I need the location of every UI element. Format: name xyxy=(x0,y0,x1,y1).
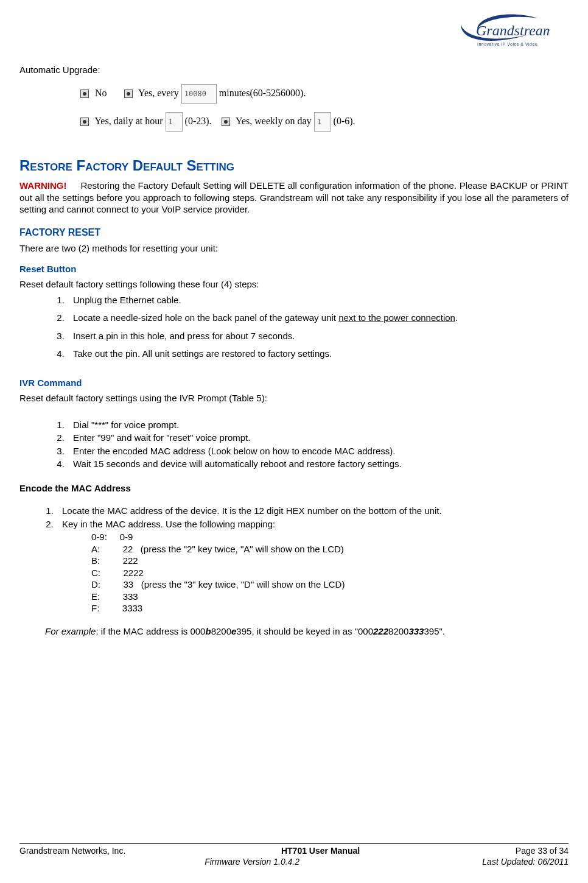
step-text: Locate a needle-sized hole on the back p… xyxy=(73,312,338,323)
reset-steps-list: Unplug the Ethernet cable. Locate a need… xyxy=(19,294,569,360)
example-paragraph: For example: if the MAC address is 000b8… xyxy=(19,625,569,638)
hour-input[interactable]: 1 xyxy=(166,112,183,132)
factory-reset-heading: FACTORY RESET xyxy=(19,227,569,239)
example-text: 8200 xyxy=(388,626,408,636)
upgrade-row-2: Yes, daily at hour 1 (0-23). Yes, weekly… xyxy=(19,112,569,132)
list-item: Insert a pin in this hole, and press for… xyxy=(67,330,569,342)
ivr-intro: Reset default factory settings using the… xyxy=(19,392,569,404)
header-logo: Grandstream Innovative IP Voice & Video xyxy=(19,12,569,59)
step-text: Take out the pin. All unit settings are … xyxy=(73,348,332,359)
step-text: Dial "***" for voice prompt. xyxy=(73,420,179,430)
opt-every-pre: Yes, every xyxy=(138,88,179,98)
encode-heading: Encode the MAC Address xyxy=(19,482,569,494)
step-text: Key in the MAC address. Use the followin… xyxy=(62,519,275,529)
mapping-row: A: 22 (press the "2" key twice, "A" will… xyxy=(91,543,569,555)
ivr-heading: IVR Command xyxy=(19,377,569,389)
grandstream-logo-icon: Grandstream Innovative IP Voice & Video xyxy=(459,12,550,50)
list-item: Key in the MAC address. Use the followin… xyxy=(56,518,569,530)
step-text-underline: next to the power connection xyxy=(338,312,455,323)
step-text: Wait 15 seconds and device will automati… xyxy=(73,459,402,469)
step-text: Enter the encoded MAC address (Look belo… xyxy=(73,446,395,456)
upgrade-row-1: No Yes, every 10080 minutes(60-5256000). xyxy=(19,84,569,104)
radio-no-icon[interactable] xyxy=(80,90,89,98)
example-text: : if the MAC address is 000 xyxy=(96,626,205,636)
step-text: Unplug the Ethernet cable. xyxy=(73,295,181,305)
list-item: Take out the pin. All unit settings are … xyxy=(67,348,569,360)
example-text: 8200 xyxy=(211,626,231,636)
opt-no-label: No xyxy=(95,88,107,98)
list-item: Dial "***" for voice prompt. xyxy=(67,419,569,431)
example-text: 395". xyxy=(424,626,445,636)
radio-daily-icon[interactable] xyxy=(80,118,89,126)
footer-title: HT701 User Manual xyxy=(125,845,516,856)
reset-button-heading: Reset Button xyxy=(19,263,569,275)
list-item: Wait 15 seconds and device will automati… xyxy=(67,458,569,470)
mapping-row: F: 3333 xyxy=(91,602,569,614)
list-item: Locate the MAC address of the device. It… xyxy=(56,505,569,517)
svg-text:Grandstream: Grandstream xyxy=(476,23,550,38)
mapping-row: B: 222 xyxy=(91,555,569,567)
encode-steps-list: Locate the MAC address of the device. It… xyxy=(19,505,569,530)
example-bold: b xyxy=(205,626,211,636)
list-item: Enter the encoded MAC address (Look belo… xyxy=(67,445,569,457)
mapping-row: D: 33 (press the "3" key twice, "D" will… xyxy=(91,579,569,591)
logo-tagline: Innovative IP Voice & Video xyxy=(477,42,537,46)
step-text: Locate the MAC address of the device. It… xyxy=(62,505,442,516)
radio-weekly-icon[interactable] xyxy=(222,118,230,126)
example-bold: 222 xyxy=(373,626,388,636)
opt-every-post: minutes(60-5256000). xyxy=(219,88,306,98)
page-footer: Grandstream Networks, Inc. HT701 User Ma… xyxy=(19,843,569,867)
opt-daily-pre: Yes, daily at hour xyxy=(94,116,163,126)
step-text: Enter "99" and wait for "reset" voice pr… xyxy=(73,432,250,443)
opt-daily-post: (0-23). xyxy=(185,116,212,126)
restore-heading: Restore Factory Default Setting xyxy=(19,156,569,175)
example-text: 395, it should be keyed in as "000 xyxy=(236,626,373,636)
mapping-row: C: 2222 xyxy=(91,567,569,579)
example-bold: 333 xyxy=(408,626,424,636)
list-item: Locate a needle-sized hole on the back p… xyxy=(67,312,569,324)
step-text: . xyxy=(455,312,458,323)
step-text: Insert a pin in this hole, and press for… xyxy=(73,331,295,341)
footer-updated: Last Updated: 06/2011 xyxy=(482,856,569,867)
footer-version: Firmware Version 1.0.4.2 xyxy=(22,856,482,867)
example-label: For example xyxy=(45,626,96,636)
list-item: Enter "99" and wait for "reset" voice pr… xyxy=(67,432,569,444)
footer-page: Page 33 of 34 xyxy=(516,845,569,856)
opt-weekly-pre: Yes, weekly on day xyxy=(236,116,312,126)
footer-company: Grandstream Networks, Inc. xyxy=(19,845,125,856)
reset-button-intro: Reset default factory settings following… xyxy=(19,278,569,290)
minutes-input[interactable]: 10080 xyxy=(181,84,217,104)
warning-text: Restoring the Factory Default Setting wi… xyxy=(19,180,569,214)
day-input[interactable]: 1 xyxy=(314,112,331,132)
list-item: Unplug the Ethernet cable. xyxy=(67,294,569,306)
mapping-row: E: 333 xyxy=(91,591,569,603)
ivr-steps-list: Dial "***" for voice prompt. Enter "99" … xyxy=(19,419,569,470)
mapping-row: 0-9: 0-9 xyxy=(91,531,569,543)
radio-every-icon[interactable] xyxy=(124,90,133,98)
warning-paragraph: WARNING! Restoring the Factory Default S… xyxy=(19,180,569,216)
warning-label: WARNING! xyxy=(19,180,67,191)
methods-intro: There are two (2) methods for resetting … xyxy=(19,242,569,255)
opt-weekly-post: (0-6). xyxy=(334,116,355,126)
automatic-upgrade-label: Automatic Upgrade: xyxy=(19,64,569,76)
mac-mapping-table: 0-9: 0-9 A: 22 (press the "2" key twice,… xyxy=(19,531,569,614)
